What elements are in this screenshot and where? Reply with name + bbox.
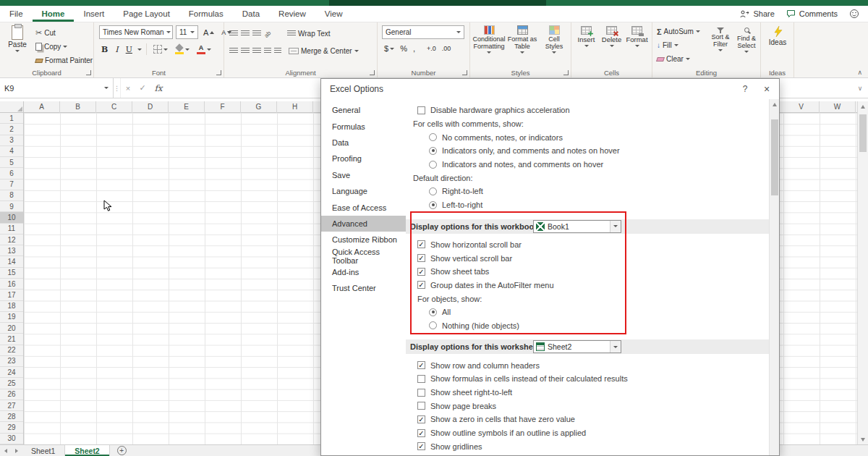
decrease-decimal-button[interactable]: .00 xyxy=(440,44,454,53)
row-header-1[interactable]: 1 xyxy=(0,113,23,124)
row-header-17[interactable]: 17 xyxy=(0,290,23,300)
bold-button[interactable]: B xyxy=(99,44,110,55)
format-as-table-button[interactable]: Format as Table xyxy=(506,25,538,54)
dialog-nav-save[interactable]: Save xyxy=(321,167,406,183)
align-middle-button[interactable] xyxy=(241,30,250,37)
comma-style-button[interactable]: , xyxy=(411,43,417,54)
radio-right-to-left[interactable] xyxy=(429,187,437,195)
column-header-c[interactable]: C xyxy=(96,101,132,113)
tab-data[interactable]: Data xyxy=(233,6,269,22)
dialog-nav-trust-center[interactable]: Trust Center xyxy=(321,280,406,296)
wrap-text-button[interactable]: Wrap Text xyxy=(286,27,332,41)
dialog-nav-add-ins[interactable]: Add-ins xyxy=(321,264,406,280)
enter-entry-icon[interactable]: ✓ xyxy=(135,78,150,98)
column-header-f[interactable]: F xyxy=(205,101,241,113)
copy-button[interactable]: Copy xyxy=(34,40,94,54)
row-header-4[interactable]: 4 xyxy=(0,146,23,157)
align-center-button[interactable] xyxy=(241,48,250,54)
dialog-nav-ease-of-access[interactable]: Ease of Access xyxy=(321,199,406,215)
row-header-30[interactable]: 30 xyxy=(0,434,23,444)
align-bottom-button[interactable] xyxy=(252,30,261,37)
autosum-button[interactable]: Σ AutoSum xyxy=(655,25,702,38)
align-right-button[interactable] xyxy=(252,48,261,54)
dialog-nav-formulas[interactable]: Formulas xyxy=(321,118,406,134)
percent-style-button[interactable]: % xyxy=(398,43,409,54)
merge-center-button[interactable]: Merge & Center xyxy=(287,44,360,58)
tab-formulas[interactable]: Formulas xyxy=(179,6,233,22)
row-header-28[interactable]: 28 xyxy=(0,411,23,422)
align-top-button[interactable] xyxy=(229,30,238,37)
worksheet-dropdown[interactable]: Sheet2 xyxy=(533,340,621,353)
vertical-scrollbar[interactable] xyxy=(857,101,868,444)
dropdown-arrow-button[interactable] xyxy=(610,221,621,232)
dropdown-arrow-button[interactable] xyxy=(610,341,621,352)
column-header-h[interactable]: H xyxy=(277,101,313,113)
checkbox-show-page-breaks[interactable] xyxy=(417,402,425,410)
dialog-help-button[interactable]: ? xyxy=(734,79,756,99)
font-color-button[interactable]: A xyxy=(195,44,213,55)
share-button[interactable]: Share xyxy=(740,9,774,18)
workbook-dropdown[interactable]: Book1 xyxy=(533,220,621,233)
increase-indent-button[interactable] xyxy=(274,48,281,54)
expand-formula-bar-icon[interactable]: ∨ xyxy=(852,78,868,98)
orientation-button[interactable]: ab xyxy=(263,28,274,39)
sheet-tab-sheet2[interactable]: Sheet2 xyxy=(65,445,109,456)
conditional-formatting-button[interactable]: Conditional Formatting xyxy=(472,25,506,54)
row-header-29[interactable]: 29 xyxy=(0,422,23,433)
dialog-scrollbar-thumb[interactable] xyxy=(771,119,778,195)
sort-filter-button[interactable]: Sort & Filter xyxy=(707,26,733,51)
comments-button[interactable]: Comments xyxy=(786,9,838,18)
scrollbar-thumb[interactable] xyxy=(859,114,867,152)
checkbox-show-sheet-right-to-left[interactable] xyxy=(417,389,425,397)
increase-decimal-button[interactable]: +.0 xyxy=(425,44,438,53)
checkbox-show-gridlines[interactable]: ✓ xyxy=(417,442,425,450)
row-header-9[interactable]: 9 xyxy=(0,201,23,212)
select-all-corner[interactable] xyxy=(0,101,24,113)
dialog-nav-language[interactable]: Language xyxy=(321,183,406,199)
delete-cells-button[interactable]: Delete xyxy=(600,26,624,47)
row-header-5[interactable]: 5 xyxy=(0,157,23,168)
ideas-button[interactable]: Ideas xyxy=(765,25,790,46)
dialog-close-button[interactable]: × xyxy=(756,79,778,99)
cell-styles-button[interactable]: Cell Styles xyxy=(540,25,569,54)
font-family-combo[interactable]: Times New Roman xyxy=(99,25,173,39)
radio-nothing-hide-objects[interactable] xyxy=(429,321,437,329)
dialog-launcher-icon[interactable] xyxy=(216,70,221,75)
row-header-26[interactable]: 26 xyxy=(0,389,23,400)
fill-color-button[interactable] xyxy=(173,43,192,55)
row-header-27[interactable]: 27 xyxy=(0,400,23,411)
column-header-g[interactable]: G xyxy=(241,101,277,113)
tab-review[interactable]: Review xyxy=(269,6,315,22)
sheet-nav-right-button[interactable] xyxy=(11,445,22,456)
row-header-24[interactable]: 24 xyxy=(0,367,23,378)
row-header-21[interactable]: 21 xyxy=(0,334,23,345)
row-header-6[interactable]: 6 xyxy=(0,168,23,179)
column-header-w[interactable]: W xyxy=(820,101,856,113)
tab-page-layout[interactable]: Page Layout xyxy=(114,6,179,22)
scroll-down-button[interactable] xyxy=(858,434,868,444)
checkbox-disable-hardware-graphics-acceleration[interactable] xyxy=(417,106,425,114)
dialog-scroll-up-button[interactable] xyxy=(770,99,780,109)
italic-button[interactable]: I xyxy=(113,44,120,55)
row-header-12[interactable]: 12 xyxy=(0,235,23,245)
checkbox-show-a-zero-in-cells-that-have-zero-value[interactable]: ✓ xyxy=(417,415,425,423)
row-header-3[interactable]: 3 xyxy=(0,135,23,146)
checkbox-show-sheet-tabs[interactable]: ✓ xyxy=(417,268,425,276)
row-header-7[interactable]: 7 xyxy=(0,180,23,190)
row-header-18[interactable]: 18 xyxy=(0,301,23,312)
row-header-2[interactable]: 2 xyxy=(0,124,23,135)
checkbox-show-formulas-in-cells-instead-of-their-calculated-results[interactable] xyxy=(417,375,425,383)
row-header-25[interactable]: 25 xyxy=(0,378,23,389)
tab-insert[interactable]: Insert xyxy=(74,6,114,22)
clear-button[interactable]: Clear xyxy=(655,52,702,66)
align-left-button[interactable] xyxy=(229,48,238,54)
feedback-smiley-icon[interactable] xyxy=(849,9,859,19)
checkbox-show-outline-symbols-if-an-outline-is-applied[interactable]: ✓ xyxy=(417,429,425,437)
dialog-nav-quick-access-toolbar[interactable]: Quick Access Toolbar xyxy=(321,248,406,264)
column-header-d[interactable]: D xyxy=(132,101,169,113)
grow-font-button[interactable]: A xyxy=(201,28,216,38)
dialog-nav-general[interactable]: General xyxy=(321,102,406,118)
formula-bar-resize-handle[interactable]: ⋮ xyxy=(114,78,121,98)
row-header-16[interactable]: 16 xyxy=(0,279,23,290)
decrease-indent-button[interactable] xyxy=(264,48,271,54)
